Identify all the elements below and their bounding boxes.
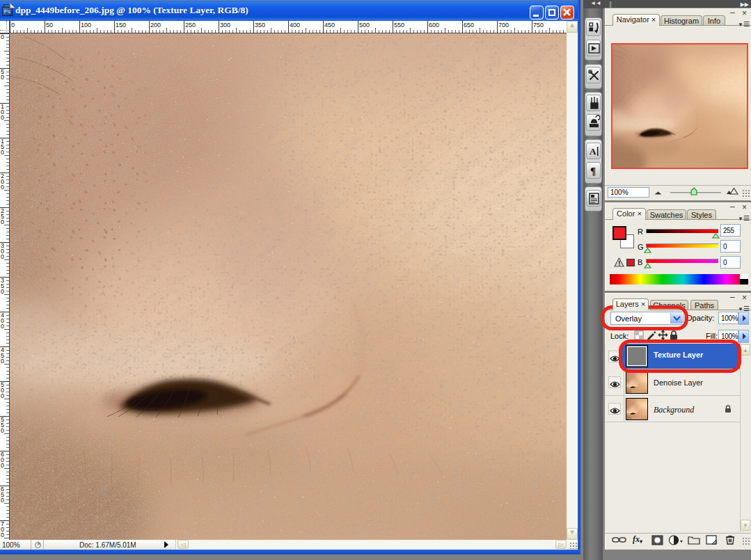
svg-text:A: A <box>590 146 596 157</box>
svg-text:¶: ¶ <box>590 166 596 177</box>
